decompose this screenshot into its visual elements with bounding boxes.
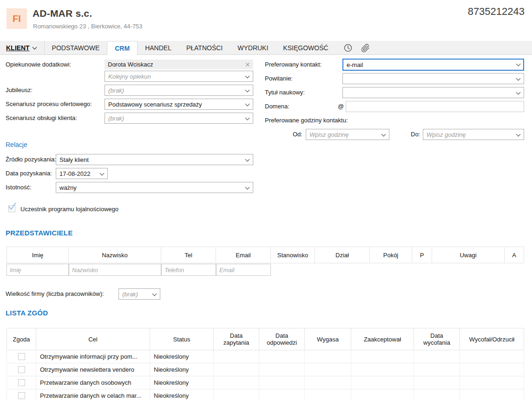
greeting-select[interactable] — [342, 73, 524, 84]
col-wycofal-odrzucil: Wycofał/Odrzucił — [460, 328, 524, 350]
acquisition-date-value: 17-08-2022 — [59, 170, 91, 177]
company-size-select[interactable]: (brak) — [118, 288, 160, 300]
consent-checkbox[interactable] — [18, 353, 25, 360]
consent-status: Nieokreślony — [150, 389, 214, 401]
tax-id: 8735212243 — [468, 6, 525, 18]
tab-crm[interactable]: CRM — [107, 41, 138, 55]
client-avatar: FI — [7, 8, 27, 29]
checkmark-icon — [7, 201, 17, 211]
hours-to-placeholder: Wpisz godzinę — [427, 131, 466, 138]
rep-phone-input[interactable] — [161, 264, 216, 276]
col-tel: Tel — [161, 247, 216, 263]
academic-title-select[interactable] — [342, 87, 524, 98]
rep-last-name-input[interactable] — [69, 264, 161, 276]
tab-platnosci[interactable]: PŁATNOŚCI — [179, 41, 230, 55]
col-email: Email — [216, 247, 271, 263]
caretaker-item: Dorota Wciskacz × — [105, 60, 253, 69]
relations-section-title: Relacje — [6, 141, 27, 148]
consents-section-title: LISTA ZGÓD — [6, 309, 48, 317]
company-size-value: (brak) — [122, 291, 138, 298]
dropdown-chevron-icon — [245, 88, 250, 93]
label-academic-title: Tytuł naukowy: — [265, 87, 305, 98]
consent-checkbox[interactable] — [18, 366, 25, 373]
dropdown-chevron-icon — [245, 102, 250, 107]
consent-status: Nieokreślony — [150, 376, 214, 389]
label-additional-caretakers: Opiekunowie dodatkowi: — [6, 59, 71, 70]
label-domain: Domena: — [265, 101, 289, 112]
tab-ksiegowosc[interactable]: KSIĘGOWOŚĆ — [276, 41, 335, 55]
domain-at-sign: @ — [338, 101, 344, 112]
domain-input[interactable] — [346, 101, 524, 112]
label-importance: Istotność: — [6, 182, 32, 193]
label-acquisition-source: Źródło pozyskania: — [6, 154, 56, 165]
jubilee-value: (brak) — [108, 87, 124, 94]
remove-caretaker-icon[interactable]: × — [245, 61, 250, 68]
tabstrip-divider — [0, 54, 532, 55]
label-preferred-hours: Preferowane godziny kontaktu: — [265, 115, 348, 126]
consent-purpose: Otrzymywanie informacji przy pom... — [36, 350, 150, 363]
rep-first-name-input[interactable] — [7, 264, 69, 276]
client-menu[interactable]: KLIENT — [0, 41, 45, 55]
consent-status: Nieokreślony — [150, 363, 214, 376]
col-data-odpowiedzi: Data odpowiedzi — [259, 328, 305, 350]
importance-select[interactable]: ważny — [56, 182, 253, 193]
consent-row: Otrzymywanie informacji przy pom... Nieo… — [7, 350, 524, 363]
col-uwagi: Uwagi — [432, 247, 505, 263]
col-pokoj: Pokój — [370, 247, 412, 263]
service-scenario-select[interactable]: (brak) — [105, 113, 253, 124]
crm-client-page: FI AD-MAR s.c. Romanowskiego 23 , Bierko… — [0, 0, 532, 401]
company-address: Romanowskiego 23 , Bierkowice, 44-753 — [33, 23, 143, 30]
importance-value: ważny — [59, 184, 77, 191]
col-data-wycofania: Data wycofania — [414, 328, 460, 350]
jubilee-select[interactable]: (brak) — [105, 85, 253, 96]
tab-podstawowe[interactable]: PODSTAWOWE — [45, 41, 107, 55]
col-zaakceptowal: Zaakceptował — [351, 328, 414, 350]
consents-table-header: Zgoda Cel Status Data zapytania Data odp… — [7, 328, 524, 350]
dropdown-chevron-icon — [516, 132, 521, 137]
dropdown-chevron-icon — [245, 116, 250, 120]
acquisition-source-select[interactable]: Stały klient — [56, 154, 253, 165]
col-p: P — [412, 247, 432, 263]
label-offer-scenario: Scenariusz procesu ofertowego: — [6, 99, 92, 110]
service-scenario-value: (brak) — [108, 115, 124, 122]
preferred-contact-select[interactable]: e-mail — [342, 59, 524, 71]
consent-status: Nieokreślony — [150, 350, 214, 363]
attachment-icon[interactable] — [361, 44, 370, 53]
dropdown-chevron-icon — [516, 62, 521, 67]
rep-email-input[interactable] — [216, 264, 271, 276]
col-wygasa: Wygasa — [305, 328, 351, 350]
hours-from-placeholder: Wpisz godzinę — [309, 131, 349, 138]
label-hours-to: Do: — [411, 129, 420, 140]
consent-row: Przetwarzanie danych w celach mar... Nie… — [7, 389, 524, 401]
dropdown-chevron-icon — [245, 157, 250, 162]
col-a: A — [505, 247, 524, 263]
chevron-down-icon — [32, 45, 37, 50]
tab-strip: KLIENT PODSTAWOWE CRM HANDEL PŁATNOŚCI W… — [0, 41, 532, 55]
caretaker-name: Dorota Wciskacz — [108, 61, 153, 68]
tab-wydruki[interactable]: WYDRUKI — [230, 41, 276, 55]
tab-handel[interactable]: HANDEL — [138, 41, 179, 55]
representatives-section-title: PRZEDSTAWICIELE — [6, 229, 72, 237]
dropdown-chevron-icon — [245, 74, 250, 79]
history-icon[interactable] — [343, 43, 353, 53]
dropdown-chevron-icon — [381, 132, 386, 137]
hours-to-select[interactable]: Wpisz godzinę — [423, 129, 524, 140]
col-dzial: Dział — [315, 247, 370, 263]
label-acquisition-date: Data pozyskania: — [6, 168, 52, 179]
label-company-size: Wielkość firmy (liczba pracowników): — [6, 288, 104, 300]
dropdown-chevron-icon — [100, 171, 105, 176]
dropdown-chevron-icon — [516, 90, 521, 95]
offer-scenario-select[interactable]: Podstawowy scenariusz sprzedaży — [105, 99, 253, 110]
dropdown-chevron-icon — [516, 76, 521, 81]
consent-checkbox[interactable] — [18, 379, 25, 386]
acquisition-date-select[interactable]: 17-08-2022 — [56, 168, 108, 179]
label-service-scenario: Scenariusz obsługi klienta: — [6, 113, 77, 124]
consent-purpose: Przetwarzanie danych w celach mar... — [36, 389, 150, 401]
consent-row: Otrzymywanie newslettera vendero Nieokre… — [7, 363, 524, 376]
consent-checkbox[interactable] — [18, 392, 25, 399]
hours-from-select[interactable]: Wpisz godzinę — [306, 129, 389, 140]
label-greeting: Powitanie: — [265, 73, 293, 84]
label-preferred-contact: Preferowany kontakt: — [265, 59, 322, 70]
dropdown-chevron-icon — [245, 185, 250, 190]
next-caretaker-select[interactable]: Kolejny opiekun — [105, 71, 253, 82]
